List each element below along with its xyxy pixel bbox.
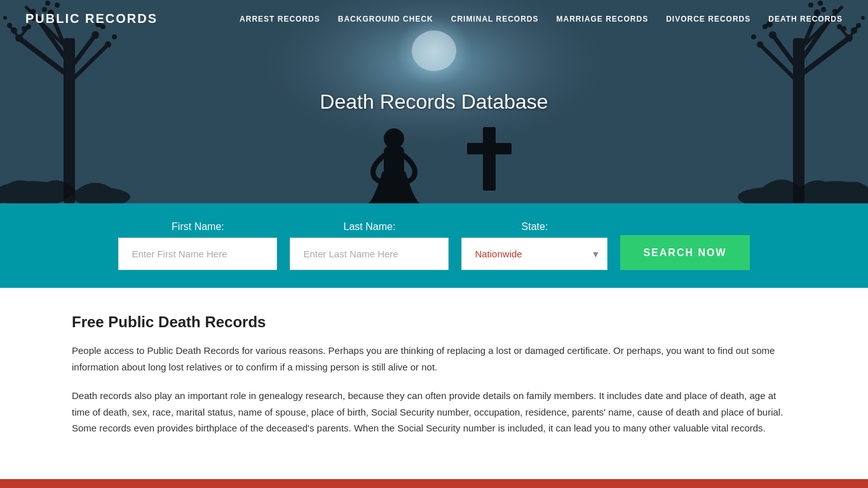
hero-title: Death Records Database [320, 90, 548, 114]
nav-divorce-records[interactable]: DIVORCE RECORDS [666, 15, 750, 24]
state-label: State: [461, 221, 607, 233]
last-name-label: Last Name: [290, 221, 449, 233]
first-name-input[interactable] [118, 238, 277, 270]
header: PUBLIC RECORDS ARREST RECORDS BACKGROUND… [0, 0, 868, 37]
nav-criminal-records[interactable]: CRIMINAL RECORDS [451, 15, 539, 24]
svg-point-23 [105, 41, 111, 48]
content-paragraph-2: Death records also play an important rol… [72, 388, 796, 437]
svg-point-60 [384, 128, 404, 149]
state-select[interactable]: NationwideAlabamaAlaskaArizonaArkansasCa… [461, 238, 607, 270]
content-paragraph-1: People access to Public Death Records fo… [72, 342, 796, 375]
nav-death-records[interactable]: DEATH RECORDS [768, 15, 843, 24]
search-now-button[interactable]: SEARCH NOW [620, 235, 749, 270]
content-section: Free Public Death Records People access … [0, 288, 868, 475]
svg-rect-62 [467, 143, 512, 154]
svg-point-50 [757, 41, 763, 48]
site-logo[interactable]: PUBLIC RECORDS [25, 11, 158, 26]
last-name-input[interactable] [290, 238, 449, 270]
main-nav: ARREST RECORDS BACKGROUND CHECK CRIMINAL… [240, 15, 843, 24]
bottom-bar [0, 479, 868, 488]
state-select-wrapper: NationwideAlabamaAlaskaArizonaArkansasCa… [461, 238, 607, 270]
nav-marriage-records[interactable]: MARRIAGE RECORDS [557, 15, 649, 24]
nav-background-check[interactable]: BACKGROUND CHECK [338, 15, 433, 24]
nav-arrest-records[interactable]: ARREST RECORDS [240, 15, 320, 24]
first-name-field-group: First Name: [118, 221, 277, 270]
content-heading: Free Public Death Records [72, 313, 796, 331]
svg-rect-61 [483, 127, 496, 191]
search-section: First Name: Last Name: State: Nationwide… [0, 203, 868, 288]
page-wrapper: PUBLIC RECORDS ARREST RECORDS BACKGROUND… [0, 0, 868, 488]
first-name-label: First Name: [118, 221, 277, 233]
last-name-field-group: Last Name: [290, 221, 449, 270]
state-field-group: State: NationwideAlabamaAlaskaArizonaArk… [461, 221, 607, 270]
